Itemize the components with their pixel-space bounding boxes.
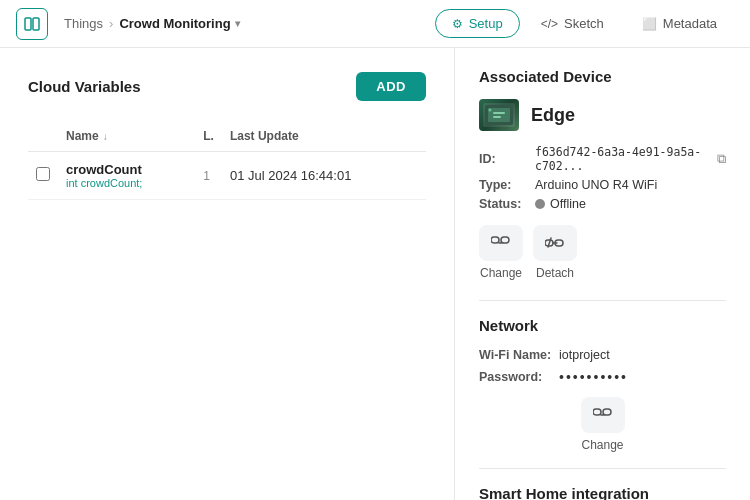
svg-point-4 [489, 109, 492, 112]
right-panel: Associated Device Edge ID: f636d742-6a3a… [455, 48, 750, 500]
row-checkbox[interactable] [36, 167, 50, 181]
nav-tabs: ⚙ Setup </> Sketch ⬜ Metadata [435, 9, 734, 38]
variable-name-cell: crowdCount int crowdCount; [58, 152, 195, 200]
sort-icon: ↓ [103, 131, 108, 142]
change-network-button[interactable]: Change [479, 397, 726, 452]
password-row: Password: •••••••••• [479, 369, 726, 385]
device-status-row: Status: Offline [479, 197, 726, 211]
th-name: Name ↓ [58, 121, 195, 152]
variables-table: Name ↓ L. Last Update crowdCount int cro [28, 121, 426, 200]
associated-device-title: Associated Device [479, 68, 726, 85]
device-id-row: ID: f636d742-6a3a-4e91-9a5a-c702... ⧉ [479, 145, 726, 173]
panel-header: Cloud Variables ADD [28, 72, 426, 101]
device-thumbnail [479, 99, 519, 131]
code-icon: </> [541, 17, 558, 31]
breadcrumb-separator: › [109, 16, 113, 31]
device-id-value: f636d742-6a3a-4e91-9a5a-c702... [535, 145, 711, 173]
password-value: •••••••••• [559, 369, 628, 385]
svg-rect-1 [33, 18, 39, 30]
variable-l-cell: 1 [195, 152, 222, 200]
detach-device-button[interactable]: Detach [533, 225, 577, 280]
tab-metadata[interactable]: ⬜ Metadata [625, 9, 734, 38]
wifi-name-row: Wi-Fi Name: iotproject [479, 348, 726, 362]
status-dot [535, 199, 545, 209]
copy-icon[interactable]: ⧉ [717, 151, 726, 167]
doc-icon: ⬜ [642, 17, 657, 31]
device-actions: Change Detach [479, 225, 726, 280]
th-checkbox [28, 121, 58, 152]
unlink-icon [533, 225, 577, 261]
svg-rect-6 [493, 116, 501, 118]
sidebar-toggle-button[interactable] [16, 8, 48, 40]
breadcrumb: Things › Crowd Monitoring ▾ [64, 16, 240, 31]
variable-last-update-cell: 01 Jul 2024 16:44:01 [222, 152, 426, 200]
device-type-value: Arduino UNO R4 WiFi [535, 178, 657, 192]
link-icon [479, 225, 523, 261]
divider-1 [479, 300, 726, 301]
tab-sketch[interactable]: </> Sketch [524, 9, 621, 38]
change-device-button[interactable]: Change [479, 225, 523, 280]
network-actions: Change [479, 397, 726, 452]
wifi-name-value: iotproject [559, 348, 610, 362]
tab-setup[interactable]: ⚙ Setup [435, 9, 520, 38]
svg-rect-5 [493, 112, 505, 114]
network-title: Network [479, 317, 726, 334]
cloud-variables-title: Cloud Variables [28, 78, 141, 95]
left-panel: Cloud Variables ADD Name ↓ L. Last Updat… [0, 48, 455, 500]
add-variable-button[interactable]: ADD [356, 72, 426, 101]
svg-rect-0 [25, 18, 31, 30]
network-link-icon [581, 397, 625, 433]
header: Things › Crowd Monitoring ▾ ⚙ Setup </> … [0, 0, 750, 48]
divider-2 [479, 468, 726, 469]
device-type-row: Type: Arduino UNO R4 WiFi [479, 178, 726, 192]
breadcrumb-parent[interactable]: Things [64, 16, 103, 31]
th-l: L. [195, 121, 222, 152]
gear-icon: ⚙ [452, 17, 463, 31]
smart-home-title: Smart Home integration [479, 485, 726, 500]
svg-rect-3 [488, 108, 510, 122]
device-info: ID: f636d742-6a3a-4e91-9a5a-c702... ⧉ Ty… [479, 145, 726, 211]
device-name: Edge [531, 105, 575, 126]
svg-rect-2 [485, 105, 513, 125]
chevron-down-icon: ▾ [235, 18, 240, 29]
table-row: crowdCount int crowdCount; 1 01 Jul 2024… [28, 152, 426, 200]
th-last-update: Last Update [222, 121, 426, 152]
main-layout: Cloud Variables ADD Name ↓ L. Last Updat… [0, 48, 750, 500]
device-header: Edge [479, 99, 726, 131]
breadcrumb-current: Crowd Monitoring ▾ [119, 16, 239, 31]
device-status-value: Offline [550, 197, 586, 211]
